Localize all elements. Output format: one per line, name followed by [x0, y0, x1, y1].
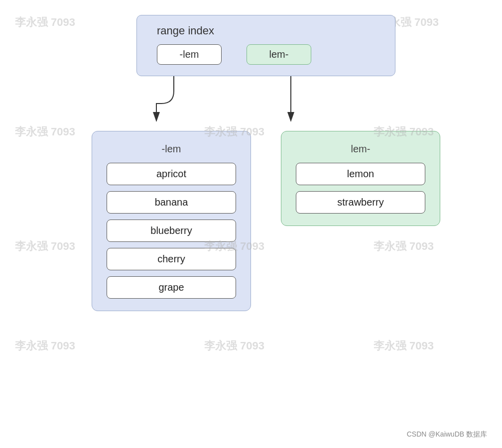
watermark: 李永强 7093	[15, 15, 75, 30]
list-item: apricot	[107, 163, 236, 185]
range-index-box: range index -lem lem-	[136, 15, 395, 76]
list-item: strawberry	[296, 191, 425, 214]
partition-left-title: -lem	[162, 143, 181, 155]
watermark: 李永强 7093	[15, 338, 75, 353]
list-item: blueberry	[107, 220, 236, 242]
watermark: 李永强 7093	[204, 338, 264, 353]
connector-svg	[77, 76, 455, 131]
watermark: 李永强 7093	[374, 338, 434, 353]
list-item: cherry	[107, 248, 236, 270]
list-item: lemon	[296, 163, 425, 185]
list-item: grape	[107, 276, 236, 299]
range-index-title: range index	[157, 24, 214, 37]
partition-right: lem- lemon strawberry	[281, 131, 440, 226]
range-btn-right: lem-	[247, 44, 311, 65]
partitions-row: -lem apricot banana blueberry cherry gra…	[92, 131, 440, 311]
diagram-container: 李永强 7093 李永强 7093 李永强 7093 李永强 7093 李永强 …	[0, 0, 502, 448]
watermark: 李永强 7093	[15, 239, 75, 254]
list-item: banana	[107, 191, 236, 214]
range-index-buttons: -lem lem-	[152, 44, 316, 65]
range-btn-left: -lem	[157, 44, 222, 65]
connector-area	[77, 76, 455, 131]
footer: CSDN @KaiwuDB 数据库	[407, 430, 487, 439]
partition-right-title: lem-	[351, 143, 371, 155]
watermark: 李永强 7093	[15, 124, 75, 139]
partition-left: -lem apricot banana blueberry cherry gra…	[92, 131, 251, 311]
